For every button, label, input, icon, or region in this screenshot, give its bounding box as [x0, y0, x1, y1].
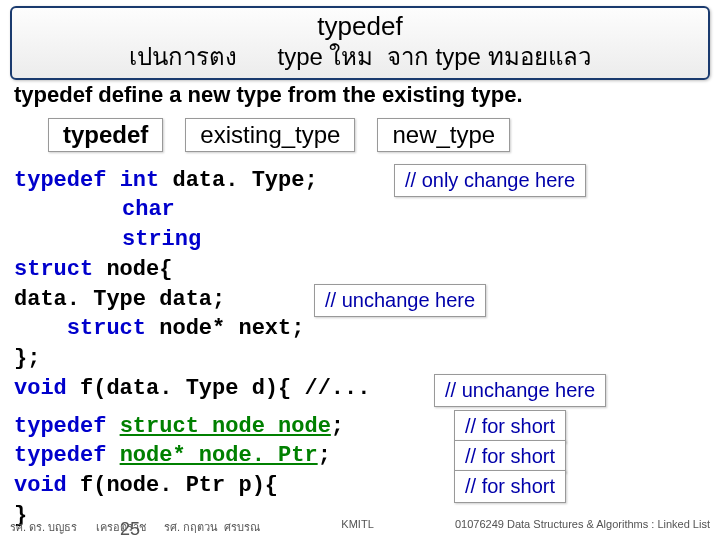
footer-mid: KMITL [341, 518, 373, 536]
syntax-row: typedef existing_type new_type [48, 118, 720, 152]
code-text: ; [331, 414, 344, 439]
footer: รศ. ดร. บญธร เครอตราช รศ. กฤตวน ศรบรณ KM… [0, 518, 720, 536]
code-text: f(data. Type d){ //... [80, 376, 370, 401]
footer-right: 01076249 Data Structures & Algorithms : … [455, 518, 710, 536]
code-line: char [14, 195, 706, 225]
kw-struct: struct [54, 316, 160, 341]
code-text [14, 316, 54, 341]
kw-typedef: typedef [14, 414, 120, 439]
syntax-new: new_type [377, 118, 510, 152]
syntax-existing: existing_type [185, 118, 355, 152]
comment-short-1: // for short [454, 410, 566, 443]
kw-struct: struct [14, 257, 106, 282]
code-line: struct node{ [14, 255, 706, 285]
code-line: typedef struct node node; [14, 412, 706, 442]
title-box: typedef เปนการตง type ใหม จาก type ทมอยแ… [10, 6, 710, 80]
kw-typedef: typedef [14, 168, 120, 193]
code-text: data. Type data; [14, 287, 225, 312]
subtitle: typedef define a new type from the exist… [14, 82, 706, 108]
underline-type: struct node node [120, 414, 331, 439]
comment-short-2: // for short [454, 440, 566, 473]
code-line: void f(node. Ptr p){ [14, 471, 706, 501]
code-line: string [14, 225, 706, 255]
slide-number: 25 [120, 519, 140, 540]
code-line: typedef int data. Type; [14, 166, 706, 196]
kw-int: int [120, 168, 160, 193]
code-text: f(node. Ptr p){ [80, 473, 278, 498]
comment-only-change: // only change here [394, 164, 586, 197]
code-text: }; [14, 346, 40, 371]
comment-unchange-1: // unchange here [314, 284, 486, 317]
kw-typedef: typedef [14, 443, 120, 468]
kw-char: char [122, 197, 175, 222]
kw-void: void [14, 376, 80, 401]
kw-void: void [14, 473, 80, 498]
comment-short-3: // for short [454, 470, 566, 503]
title-line2: เปนการตง type ใหม จาก type ทมอยแลว [22, 41, 698, 72]
title-line1: typedef [22, 12, 698, 41]
code-line: typedef node* node. Ptr; [14, 441, 706, 471]
code-block-1: typedef int data. Type; char string stru… [14, 166, 706, 416]
syntax-typedef: typedef [48, 118, 163, 152]
code-text: node{ [106, 257, 172, 282]
code-text: node* next; [159, 316, 304, 341]
code-text: data. Type; [159, 168, 317, 193]
code-text: ; [318, 443, 331, 468]
comment-unchange-2: // unchange here [434, 374, 606, 407]
code-line: }; [14, 344, 706, 374]
kw-string: string [122, 227, 201, 252]
underline-type: node* node. Ptr [120, 443, 318, 468]
code-line: struct node* next; [14, 314, 706, 344]
